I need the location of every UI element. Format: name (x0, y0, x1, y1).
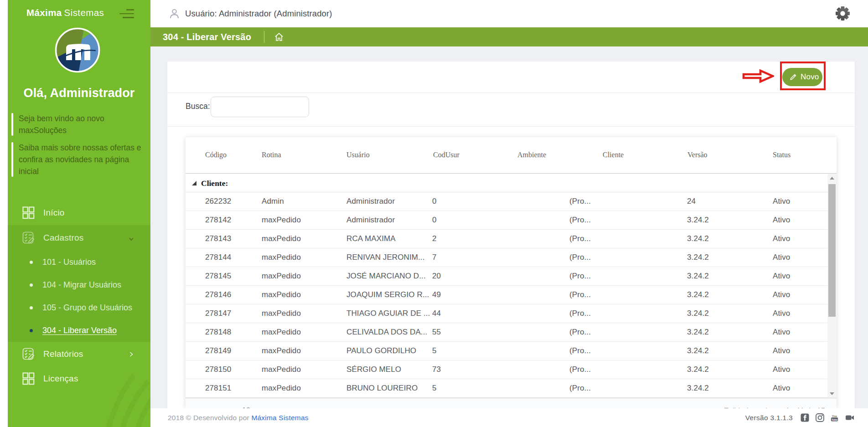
group-row[interactable]: Cliente: (186, 174, 827, 192)
sidebar-item-101-usuarios[interactable]: 101 - Usuários (8, 251, 150, 273)
table-row[interactable]: 278142 maxPedido Administrador 0 (Pro...… (186, 211, 827, 230)
cell-codusur: 2 (432, 230, 437, 248)
cell-status: Ativo (773, 267, 790, 285)
cell-cliente: (Pro... (569, 267, 591, 285)
column-header-rotina[interactable]: Rotina (262, 148, 281, 162)
search-label: Busca: (186, 96, 210, 116)
cell-status: Ativo (773, 360, 790, 379)
cell-rotina: maxPedido (262, 323, 301, 341)
novo-button[interactable]: Novo (782, 68, 822, 86)
cell-codigo: 278149 (205, 342, 231, 360)
main-card: Novo Busca: Código Rotina Usuário CodUsu… (167, 62, 855, 408)
video-camera-icon[interactable] (845, 413, 855, 422)
cell-codusur: 5 (432, 379, 437, 397)
cell-cliente: (Pro... (569, 323, 591, 341)
group-label: Cliente: (201, 174, 228, 192)
note1-line2: maxSoluções (19, 124, 104, 136)
cell-codigo: 278150 (205, 360, 231, 379)
footer-credit-link[interactable]: Máxima Sistemas (251, 414, 308, 422)
chevron-down-icon (129, 237, 134, 242)
column-header-codigo[interactable]: Código (205, 148, 227, 162)
clipboard-pencil-icon (22, 232, 35, 244)
cell-codigo: 262232 (205, 192, 231, 211)
version-label: Versão 3.1.1.3 (745, 414, 793, 422)
youtube-icon[interactable]: You Tube (831, 413, 838, 422)
cell-usuario: BRUNO LOUREIRO (346, 379, 418, 397)
sidebar-watermark (103, 371, 150, 427)
sidebar-item-105-grupo-de-usuarios[interactable]: 105 - Grupo de Usuários (8, 296, 150, 319)
cell-rotina: maxPedido (262, 267, 301, 285)
table-row[interactable]: 278147 maxPedido THIAGO AGUIAR DE ... 44… (186, 304, 827, 323)
cell-usuario: Administrador (346, 211, 395, 229)
cell-usuario: RCA MAXIMA (346, 230, 396, 248)
current-user-label: Usuário: Administrador (Administrador) (185, 0, 332, 27)
cell-versao: 3.24.2 (687, 304, 709, 323)
cell-versao: 3.24.2 (687, 360, 709, 379)
instagram-icon[interactable] (816, 413, 824, 422)
table-row[interactable]: 262232 Admin Administrador 0 (Pro... 24 … (186, 192, 827, 211)
gear-icon[interactable] (835, 6, 850, 21)
cell-usuario: JOSÉ MARCIANO D... (346, 267, 426, 285)
sidebar-subitem-label: 304 - Liberar Versão (42, 319, 117, 342)
sidebar-item-relatorios[interactable]: Relatórios (8, 342, 150, 366)
scrollbar-thumb[interactable] (828, 184, 836, 317)
table-row[interactable]: 278151 maxPedido BRUNO LOUREIRO 5 (Pro..… (186, 379, 827, 398)
cadastros-submenu: 101 - Usuários 104 - Migrar Usuários 105… (8, 251, 150, 342)
table-row[interactable]: 278143 maxPedido RCA MAXIMA 2 (Pro... 3.… (186, 230, 827, 248)
cell-codusur: 73 (432, 360, 441, 379)
topbar: Usuário: Administrador (Administrador) (150, 0, 868, 27)
sidebar-item-label: Início (43, 201, 65, 225)
cell-versao: 3.24.2 (687, 211, 709, 229)
group-collapse-icon[interactable] (192, 181, 196, 185)
bullet-icon (30, 283, 33, 287)
cell-status: Ativo (773, 379, 790, 397)
scrollbar-down-icon[interactable] (827, 390, 837, 398)
grid-pager: 10 Exibindo registros 1 - 11 de 15 (186, 398, 837, 408)
cell-status: Ativo (773, 342, 790, 360)
cell-usuario: JOAQUIM SERGIO R... (346, 286, 429, 304)
vertical-scrollbar[interactable] (827, 174, 837, 398)
column-header-usuario[interactable]: Usuário (346, 148, 370, 162)
divider (167, 93, 855, 93)
cell-rotina: maxPedido (262, 211, 301, 229)
column-header-status[interactable]: Status (773, 148, 790, 162)
cell-cliente: (Pro... (569, 286, 591, 304)
cell-versao: 3.24.2 (687, 267, 709, 285)
table-row[interactable]: 278149 maxPedido PAULO GORDILHO 5 (Pro..… (186, 342, 827, 360)
home-icon[interactable] (274, 32, 284, 41)
avatar (55, 27, 100, 73)
table-row[interactable]: 278148 maxPedido CELIVALDA DOS DA... 55 … (186, 323, 827, 342)
bullet-icon (30, 261, 33, 264)
table-row[interactable]: 278145 maxPedido JOSÉ MARCIANO D... 20 (… (186, 267, 827, 286)
cell-rotina: maxPedido (262, 360, 301, 379)
sidebar-item-inicio[interactable]: Início (8, 201, 150, 225)
cell-rotina: maxPedido (262, 304, 301, 323)
column-header-codusur[interactable]: CodUsur (433, 148, 460, 162)
welcome-note-2: Saiba mais sobre nossas ofertas e confir… (11, 142, 141, 177)
hamburger-menu-icon[interactable] (119, 9, 134, 19)
content-area: Novo Busca: Código Rotina Usuário CodUsu… (150, 46, 868, 408)
cell-codusur: 44 (432, 304, 441, 323)
cell-cliente: (Pro... (569, 342, 591, 360)
column-header-cliente[interactable]: Cliente (603, 148, 624, 162)
column-header-versao[interactable]: Versão (687, 148, 708, 162)
svg-text:You: You (832, 414, 837, 417)
cell-usuario: Administrador (346, 192, 395, 211)
scrollbar-up-icon[interactable] (827, 174, 837, 182)
facebook-icon[interactable] (801, 413, 809, 422)
table-row[interactable]: 278144 maxPedido RENIVAN JERONIM... 7 (P… (186, 248, 827, 267)
sidebar-item-104-migrar-usuarios[interactable]: 104 - Migrar Usuários (8, 273, 150, 296)
annotation-arrow-icon (742, 69, 774, 83)
table-row[interactable]: 278150 maxPedido SÉRGIO MELO 73 (Pro... … (186, 360, 827, 379)
cell-rotina: maxPedido (262, 248, 301, 267)
search-input[interactable] (211, 97, 309, 117)
note1-line1: Seja bem vindo ao novo (19, 113, 104, 124)
cell-cliente: (Pro... (569, 379, 591, 397)
sidebar-item-304-liberar-versao[interactable]: 304 - Liberar Versão (8, 319, 150, 342)
table-row[interactable]: 278146 maxPedido JOAQUIM SERGIO R... 49 … (186, 286, 827, 304)
cell-usuario: RENIVAN JERONIM... (346, 248, 425, 267)
cell-codusur: 49 (432, 286, 441, 304)
column-header-ambiente[interactable]: Ambiente (517, 148, 546, 162)
sidebar-item-cadastros[interactable]: Cadastros (8, 225, 150, 251)
bullet-icon (30, 329, 33, 332)
